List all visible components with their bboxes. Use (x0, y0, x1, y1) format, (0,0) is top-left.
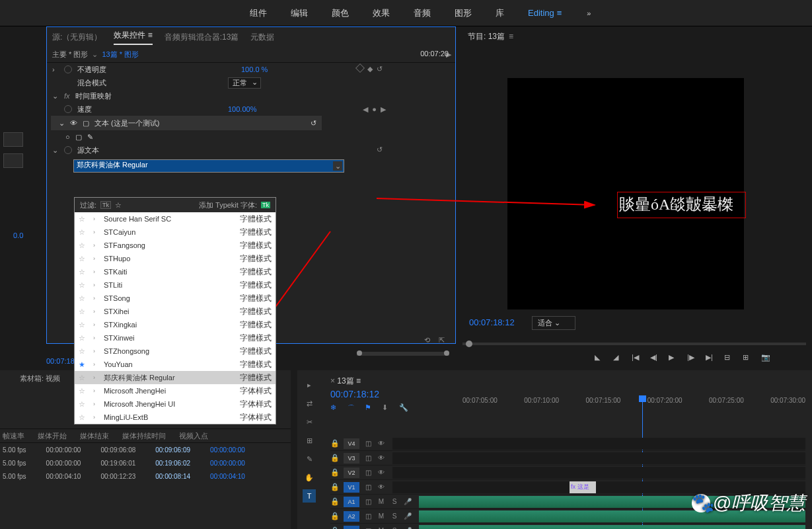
sequence-tab[interactable]: 13篇 (337, 376, 353, 386)
eye-icon[interactable]: 👁 (377, 469, 386, 476)
stopwatch-icon[interactable] (64, 65, 72, 73)
collapse-icon[interactable]: › (52, 65, 59, 73)
tool-button[interactable] (3, 153, 23, 168)
program-tab[interactable]: 节目: 13篇 (468, 31, 505, 42)
font-item[interactable]: ☆›STXinwei字體樣式 (75, 331, 276, 345)
ripple-tool-icon[interactable]: ⇄ (303, 397, 316, 410)
star-icon[interactable]: ☆ (79, 294, 88, 303)
prev-keyframe-icon[interactable]: ◀ (363, 105, 368, 114)
menu-item[interactable]: 音频 (402, 7, 443, 19)
wrench-icon[interactable]: ⬇ (382, 403, 391, 413)
collapse-icon[interactable]: ⌄ (52, 146, 59, 155)
mic-icon[interactable]: 🎤 (403, 512, 412, 520)
program-preview[interactable]: 賧曐óA燄皾曓榤 (507, 78, 744, 309)
track-lane[interactable] (392, 467, 805, 479)
prev-keyframe-icon[interactable] (355, 63, 365, 73)
audio-track[interactable]: 🔒A3◫MS🎤 (330, 524, 805, 529)
link-icon[interactable]: ⌒ (348, 403, 357, 413)
zoom-fit-select[interactable]: 适合 ⌄ (532, 316, 575, 330)
star-icon[interactable]: ☆ (79, 374, 88, 382)
font-item[interactable]: ☆›STHupo字體樣式 (75, 252, 276, 265)
font-item[interactable]: ☆›MingLiU-ExtB字体样式 (75, 411, 276, 424)
font-item[interactable]: ☆›Microsoft JhengHei UI字体样式 (75, 397, 276, 411)
eye-icon[interactable]: 👁 (377, 454, 386, 462)
star-icon[interactable]: ☆ (79, 321, 88, 329)
tool-button[interactable] (3, 132, 23, 147)
menu-bars-icon[interactable]: ≡ (509, 32, 513, 41)
next-keyframe-icon[interactable]: ▶ (381, 105, 386, 114)
star-icon[interactable]: ☆ (79, 387, 88, 395)
star-icon[interactable]: ☆ (79, 215, 88, 224)
marker-icon[interactable]: ⚑ (365, 403, 374, 413)
stopwatch-icon[interactable] (64, 105, 72, 113)
mic-icon[interactable]: 🎤 (403, 498, 412, 505)
track-lane[interactable] (419, 525, 805, 530)
lift-icon[interactable]: ⊟ (724, 353, 735, 364)
track-target[interactable]: V1 (344, 482, 359, 493)
slip-tool-icon[interactable]: ⊞ (303, 434, 316, 447)
lock-icon[interactable]: 🔒 (330, 468, 340, 477)
star-icon[interactable]: ☆ (79, 255, 88, 263)
mute-icon[interactable]: ◫ (363, 440, 373, 447)
track-target[interactable]: A3 (344, 526, 359, 530)
audio-clip[interactable] (419, 525, 805, 530)
menu-item[interactable]: 库 (484, 7, 516, 19)
settings-icon[interactable]: 🔧 (399, 403, 408, 413)
workspace-active[interactable]: Editing≡ (516, 8, 573, 18)
lock-icon[interactable]: 🔒 (330, 497, 340, 506)
reset-icon[interactable]: ↺ (377, 145, 386, 155)
mark-out-icon[interactable]: ◢ (613, 353, 624, 364)
font-item[interactable]: ☆›郑庆科黄油体 Regular字體樣式 (75, 371, 276, 384)
mark-in-icon[interactable]: ◣ (595, 353, 605, 364)
video-track[interactable]: 🔒V4◫👁 (330, 436, 805, 451)
col-header[interactable]: 媒体结束 (80, 431, 109, 441)
clip[interactable]: fx 这是 (570, 481, 596, 493)
typekit-filter-icon[interactable]: Tk (100, 201, 111, 209)
lock-icon[interactable]: 🔒 (330, 454, 340, 462)
col-header[interactable]: 媒体持续时间 (122, 431, 166, 441)
ellipse-icon[interactable]: ○ (65, 133, 70, 141)
star-icon[interactable]: ★ (79, 360, 88, 369)
font-item[interactable]: ☆›STSong字體樣式 (75, 292, 276, 305)
star-icon[interactable]: ☆ (79, 334, 88, 343)
font-item[interactable]: ☆›STFangsong字體樣式 (75, 239, 276, 252)
s-button[interactable]: S (390, 512, 399, 520)
video-track[interactable]: 🔒V3◫👁 (330, 451, 805, 466)
font-item[interactable]: ☆›Source Han Serif SC字體樣式 (75, 212, 276, 225)
track-lane[interactable] (392, 438, 805, 450)
lock-icon[interactable]: 🔒 (330, 512, 340, 520)
menu-item[interactable]: 效果 (361, 7, 402, 19)
star-icon[interactable]: ☆ (115, 201, 122, 210)
font-item[interactable]: ☆›STCaiyun字體樣式 (75, 225, 276, 239)
step-back-icon[interactable]: ◀| (650, 353, 661, 364)
project-row[interactable]: 5.00 fps00:00:00:0000:09:06:0800:09:06:0… (0, 443, 291, 456)
font-item[interactable]: ☆›STXingkai字體樣式 (75, 318, 276, 331)
export-icon[interactable]: ⇱ (439, 336, 448, 345)
type-tool-icon[interactable]: T (303, 489, 316, 503)
star-icon[interactable]: ☆ (79, 228, 88, 237)
track-target[interactable]: V2 (344, 468, 359, 478)
star-icon[interactable]: ☆ (79, 281, 88, 290)
track-target[interactable]: V4 (344, 438, 359, 449)
col-header[interactable]: 视频入点 (179, 431, 208, 441)
program-timecode[interactable]: 00:07:18:12 (469, 317, 515, 327)
pen-icon[interactable]: ✎ (87, 133, 93, 142)
text-layer-row[interactable]: ⌄ 👁 ▢ 文本 (这是一个测试) ↺ (51, 116, 322, 130)
menu-item[interactable]: 图形 (443, 7, 484, 19)
tab-source[interactable]: 源:（无剪辑） (52, 32, 102, 43)
reset-icon[interactable]: ↺ (311, 119, 316, 128)
project-row[interactable]: 5.00 fps00:00:00:0000:19:06:0100:19:06:0… (0, 456, 291, 469)
go-in-icon[interactable]: |◀ (632, 353, 642, 364)
col-header[interactable]: 帧速率 (3, 431, 24, 441)
lock-icon[interactable]: 🔒 (330, 526, 340, 529)
font-item[interactable]: ☆›STXihei字體樣式 (75, 305, 276, 318)
typekit-add-icon[interactable]: Tk (261, 202, 270, 208)
pen-tool-icon[interactable]: ✎ (303, 452, 316, 466)
go-out-icon[interactable]: ▶| (706, 353, 716, 364)
property-value[interactable]: 100.00% (228, 105, 256, 113)
property-value[interactable]: 100.0 % (241, 65, 268, 73)
add-keyframe-icon[interactable]: ◆ (367, 65, 373, 74)
timeline-timecode[interactable]: 00:07:18:12 (330, 389, 379, 399)
razor-tool-icon[interactable]: ✂ (303, 415, 316, 428)
lock-icon[interactable]: 🔒 (330, 483, 340, 491)
